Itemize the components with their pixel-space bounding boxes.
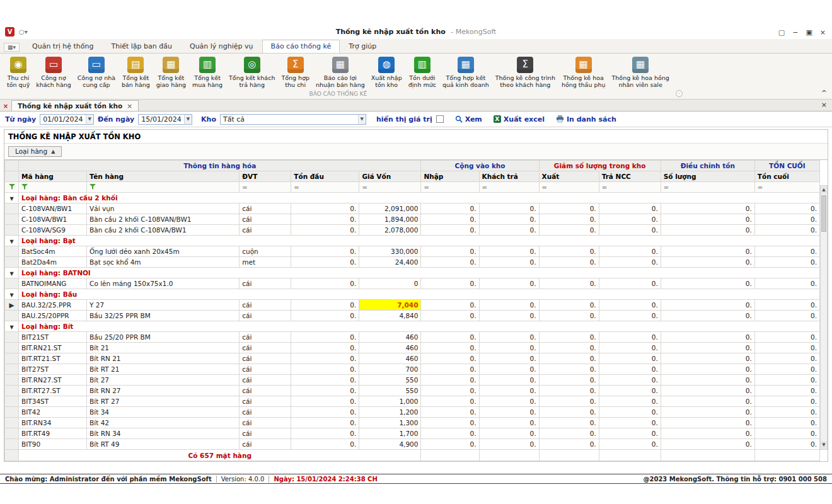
table-row[interactable]: BatSoc4mỐng lưới dẻo xanh 20x45mcuộn0.33… xyxy=(5,246,820,257)
column-header[interactable]: Tồn cuối xyxy=(754,171,819,182)
ribbon-menu-button[interactable]: ▦▾ xyxy=(4,43,20,52)
close-all-documents-icon[interactable]: × xyxy=(0,103,11,110)
ribbon-tab-quan-ly-nghiep-vu[interactable]: Quản lý nghiệp vụ xyxy=(181,40,262,53)
group-row[interactable]: ▼Loại hàng: Bầu xyxy=(5,289,820,300)
filter-cell[interactable]: = xyxy=(240,182,291,193)
group-expander[interactable]: ▼ xyxy=(5,193,19,203)
equals-filter-icon[interactable]: = xyxy=(664,184,669,191)
dropdown-arrow-icon[interactable]: ▼ xyxy=(86,115,93,124)
filter-cell[interactable]: = xyxy=(754,182,819,193)
column-header[interactable]: Giá Vốn xyxy=(359,171,421,182)
dropdown-arrow-icon[interactable]: ▼ xyxy=(358,115,366,124)
equals-filter-icon[interactable]: = xyxy=(482,184,487,191)
filter-cell[interactable]: = xyxy=(599,182,661,193)
table-row[interactable]: Bat2Da4mBạt sọc khổ 4mmet0.24,4000.0.0.0… xyxy=(5,257,820,268)
from-date-input[interactable]: 01/01/2024 ▼ xyxy=(40,114,94,125)
to-date-input[interactable]: 15/01/2024 ▼ xyxy=(138,114,192,125)
table-row[interactable]: BIT90Bít RT 49cái0.4,9000.0.0.0.0.0. xyxy=(5,439,820,450)
close-icon[interactable]: × xyxy=(820,28,826,37)
table-row[interactable]: C-108VAN/BW1Vải vụncái0.2,091,0000.0.0.0… xyxy=(5,203,820,214)
table-row[interactable]: BIT.RT21.STBít RN 21cái0.4600.0.0.0.0.0. xyxy=(5,353,820,364)
filter-funnel-icon[interactable] xyxy=(9,184,15,190)
cong-no-nha-cung-cap-button[interactable]: ▭Công nợ nhàcung cấp xyxy=(74,55,118,89)
document-tab[interactable]: Thống kê nhập xuất tồn kho × xyxy=(11,100,139,111)
column-header[interactable]: Nhập xyxy=(421,171,479,182)
ribbon-tab-thiet-lap-ban-dau[interactable]: Thiết lập ban đầu xyxy=(102,40,181,53)
ton-duoi-dinh-muc-button[interactable]: ▥Tồn dướiđịnh mức xyxy=(405,55,439,89)
vertical-scrollbar[interactable]: ▲ ▼ xyxy=(820,185,828,450)
table-row[interactable]: BIT.RN27.STBít 27cái0.5500.0.0.0.0.0. xyxy=(5,375,820,386)
dropdown-arrow-icon[interactable]: ▼ xyxy=(184,115,192,124)
tong-ket-mua-hang-button[interactable]: ▥Tổng kếtmua hàng xyxy=(189,55,226,89)
table-row[interactable]: BIT.RT49Bít RN 34cái0.1,7000.0.0.0.0.0. xyxy=(5,428,820,439)
ribbon-collapse-icon[interactable]: ^ xyxy=(821,89,827,97)
fullscreen-icon[interactable]: ▢ xyxy=(778,28,785,37)
thong-ke-hoa-hong-thau-phu-button[interactable]: ▦Thống kê hoahồng thầu phụ xyxy=(558,55,609,89)
scroll-down-icon[interactable]: ▼ xyxy=(821,441,827,449)
group-row[interactable]: ▼Loại hàng: Bạt xyxy=(5,236,820,246)
ribbon-tab-bao-cao-thong-ke[interactable]: Báo cáo thống kê xyxy=(262,40,340,53)
tong-hop-ket-qua-kinh-doanh-button[interactable]: ▦Tổng hợp kếtquả kinh doanh xyxy=(439,55,492,89)
cong-no-khach-hang-button[interactable]: ▭Công nợkhách hàng xyxy=(33,55,74,89)
table-row[interactable]: BIT21STBầu 25/20 PPR BMcái0.4600.0.0.0.0… xyxy=(5,332,820,343)
scroll-up-icon[interactable]: ▲ xyxy=(821,186,827,194)
group-by-chip[interactable]: Loại hàng ▲ xyxy=(8,146,62,157)
filter-funnel-icon[interactable] xyxy=(21,184,28,190)
filter-cell[interactable]: = xyxy=(661,182,754,193)
thu-chi-ton-quy-button[interactable]: ◉Thu chitồn quỹ xyxy=(4,55,33,89)
column-header[interactable]: Tên hàng xyxy=(87,171,240,182)
filter-cell[interactable] xyxy=(19,182,87,193)
tong-ket-ban-hang-button[interactable]: ▤Tổng kếtbán hàng xyxy=(118,55,153,89)
document-tab-close-icon[interactable]: × xyxy=(127,102,132,110)
tong-ket-giao-hang-button[interactable]: ▦Tổng kếtgiao hàng xyxy=(153,55,189,89)
print-list-button[interactable]: In danh sách xyxy=(556,115,616,123)
export-excel-button[interactable]: X Xuất excel xyxy=(494,115,545,123)
thong-ke-hoa-hong-nhan-vien-sale-button[interactable]: ▦Thống kê hoa hồngnhân viên sale xyxy=(609,55,673,89)
table-row[interactable]: BIT.RN21.STBít 21cái0.4600.0.0.0.0.0. xyxy=(5,343,820,353)
collapse-triangle-icon[interactable]: ▼ xyxy=(9,324,13,330)
table-row[interactable]: BIT42Bít 34cái0.1,2000.0.0.0.0.0. xyxy=(5,407,820,418)
scrollbar-thumb[interactable] xyxy=(821,195,826,232)
group-expander[interactable]: ▼ xyxy=(5,236,19,246)
table-row[interactable]: C-108VA/BW1Bàn cầu 2 khối C-108VAN/BW1cá… xyxy=(5,214,820,225)
ribbon-tab-quan-tri-he-thong[interactable]: Quản trị hệ thống xyxy=(23,40,102,53)
ribbon-tab-tro-giup[interactable]: Trợ giúp xyxy=(340,40,385,53)
bao-cao-loi-nhuan-ban-hang-button[interactable]: ▦Báo cáo lợinhuận bán hàng xyxy=(313,55,368,89)
filter-cell[interactable]: = xyxy=(421,182,479,193)
collapse-triangle-icon[interactable]: ▼ xyxy=(9,292,13,298)
view-button[interactable]: Xem xyxy=(455,115,482,123)
group-expander[interactable]: ▼ xyxy=(5,268,19,278)
equals-filter-icon[interactable]: = xyxy=(362,184,367,191)
warehouse-combo[interactable]: Tất cả ▼ xyxy=(220,114,366,125)
equals-filter-icon[interactable]: = xyxy=(424,184,429,191)
column-header[interactable]: Số lượng xyxy=(661,171,754,182)
collapse-triangle-icon[interactable]: ▼ xyxy=(9,196,13,202)
column-header[interactable]: Khách trả xyxy=(479,171,539,182)
table-row[interactable]: BAU.25/20PPRBầu 32/25 PPR BMcái0.4,8400.… xyxy=(5,311,820,321)
table-row[interactable]: BATNOIMANGCo lên máng 150x75x1.0cái0.00.… xyxy=(5,278,820,289)
table-row[interactable]: C-108VA/SG9Bàn cầu 2 khối C-108VA/BW1cái… xyxy=(5,225,820,236)
group-expander[interactable]: ▼ xyxy=(5,321,19,332)
equals-filter-icon[interactable]: = xyxy=(542,184,547,191)
table-row[interactable]: BIT34STBít RT 27cái0.1,0000.0.0.0.0.0. xyxy=(5,396,820,407)
thong-ke-cong-trinh-theo-khach-hang-button[interactable]: ΣThống kê công trìnhtheo khách hàng xyxy=(492,55,558,89)
equals-filter-icon[interactable]: = xyxy=(602,184,607,191)
group-options-icon[interactable]: ◦ xyxy=(676,90,683,97)
group-row[interactable]: ▼Loại hàng: BATNOI xyxy=(5,268,820,278)
filter-cell[interactable]: = xyxy=(539,182,599,193)
filter-cell[interactable] xyxy=(87,182,240,193)
equals-filter-icon[interactable]: = xyxy=(758,184,763,191)
column-header[interactable]: ĐVT xyxy=(240,171,291,182)
column-header[interactable]: Xuất xyxy=(539,171,599,182)
minimize-icon[interactable]: − xyxy=(792,28,798,37)
equals-filter-icon[interactable]: = xyxy=(242,184,247,191)
column-header[interactable]: Mã hàng xyxy=(19,171,87,182)
table-row[interactable]: ▶BAU.32/25.PPRY 27cái0.7,0400.0.0.0.0.0. xyxy=(5,300,820,311)
group-row[interactable]: ▼Loại hàng: Bàn cầu 2 khối xyxy=(5,193,820,203)
filter-cell[interactable]: = xyxy=(291,182,359,193)
table-row[interactable]: BIT.RT27.STBít RN 27cái0.5500.0.0.0.0.0. xyxy=(5,386,820,396)
show-value-checkbox[interactable] xyxy=(436,115,444,123)
column-header[interactable]: Tồn đầu xyxy=(291,171,359,182)
document-area-close-icon[interactable]: × xyxy=(821,101,827,109)
xuat-nhap-ton-kho-button[interactable]: ◍Xuất nhậptồn kho xyxy=(368,55,405,89)
